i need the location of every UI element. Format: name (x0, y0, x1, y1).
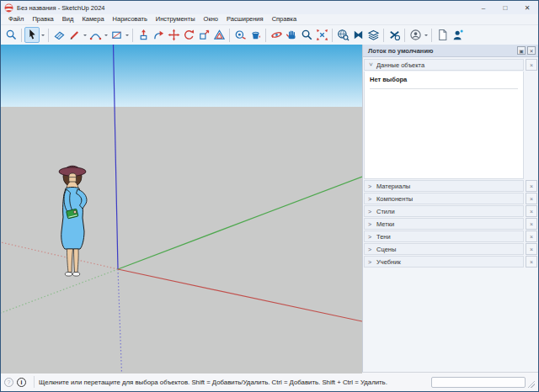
tape-measure-tool-icon[interactable] (232, 27, 248, 43)
tray-section-Компоненты[interactable]: >Компоненты (364, 193, 524, 204)
paint-bucket-tool-icon[interactable] (248, 27, 263, 43)
menu-камера[interactable]: Камера (77, 14, 108, 24)
get-models-tool-icon[interactable] (335, 27, 350, 43)
title-bar[interactable]: Без названия - SketchUp 2024 –□✕ (1, 1, 538, 14)
arc-tool-icon[interactable] (88, 27, 103, 43)
zoom-extents-tool-icon[interactable] (314, 27, 329, 43)
section-close-button[interactable]: × (526, 180, 537, 192)
ground (1, 107, 362, 373)
rectangle-dropdown-caret[interactable] (124, 27, 130, 43)
tray-body: >Данные объекта×Нет выбора>Материалы×>Ко… (363, 57, 538, 372)
minimize-button[interactable]: – (472, 1, 494, 14)
section-label: Учебник (376, 258, 401, 266)
scale-tool-icon[interactable] (196, 27, 211, 43)
toolbar-separator (404, 29, 405, 42)
default-tray: Лоток по умолчанию ▣✕ >Данные объекта×Не… (362, 45, 538, 372)
chevron-right-icon: > (368, 209, 373, 215)
section-label: Материалы (376, 183, 410, 190)
section-label: Данные объекта (376, 61, 424, 69)
menu-файл[interactable]: Файл (4, 14, 28, 24)
select-tool-icon[interactable] (24, 27, 40, 43)
zoom-tool-icon[interactable] (299, 27, 314, 43)
toolbar-separator (48, 29, 49, 42)
toolbar-separator (265, 29, 266, 42)
credits-info-icon[interactable]: i (17, 378, 26, 387)
orbit-tool-icon[interactable] (269, 27, 284, 43)
section-close-button[interactable]: × (526, 256, 537, 268)
select-dropdown-caret[interactable] (40, 27, 45, 43)
measurements-input[interactable] (431, 377, 526, 388)
tray-section-Стили[interactable]: >Стили (364, 205, 524, 217)
section-close-button[interactable]: × (526, 243, 537, 255)
extension-warehouse-tool-icon[interactable] (387, 27, 402, 43)
tray-section-Сцены[interactable]: >Сцены (364, 243, 524, 255)
toolbar-separator (132, 29, 133, 42)
section-close-button[interactable]: × (526, 230, 537, 242)
move-tool-icon[interactable] (166, 27, 181, 43)
window-title: Без названия - SketchUp 2024 (17, 4, 105, 12)
menu-нарисовать[interactable]: Нарисовать (109, 14, 152, 24)
status-hint-text: Щелкните или перетащите для выбора объек… (39, 379, 387, 386)
section-label: Метки (376, 220, 394, 228)
follow-me-tool-icon[interactable] (151, 27, 166, 43)
send-to-layout-tool-icon[interactable] (366, 27, 381, 43)
sky (1, 45, 362, 107)
menu-bar: ФайлПравкаВидКамераНарисоватьИнструменты… (1, 14, 538, 25)
tray-close-button[interactable]: ✕ (527, 46, 536, 55)
toolbar-separator (21, 29, 22, 42)
search-tool-icon[interactable] (3, 27, 19, 43)
section-close-button[interactable]: × (526, 205, 537, 217)
chevron-down-icon: > (368, 62, 374, 67)
pan-tool-icon[interactable] (284, 27, 299, 43)
chevron-right-icon: > (368, 234, 373, 240)
toolbar-separator (332, 29, 333, 42)
tray-section-Учебник[interactable]: >Учебник (364, 256, 524, 268)
section-close-button[interactable]: × (526, 193, 537, 204)
arc-dropdown-caret[interactable] (103, 27, 109, 43)
toolbar-separator (229, 29, 230, 42)
toolbar-separator (383, 29, 384, 42)
menu-справка[interactable]: Справка (268, 14, 301, 24)
geolocation-icon[interactable]: ? (4, 378, 13, 387)
main-area: Лоток по умолчанию ▣✕ >Данные объекта×Не… (1, 45, 538, 372)
tray-section-Метки[interactable]: >Метки (364, 218, 524, 230)
chevron-right-icon: > (368, 259, 373, 265)
status-bar: ? i Щелкните или перетащите для выбора о… (1, 372, 538, 391)
pencil-dropdown-caret[interactable] (82, 27, 88, 43)
section-close-button[interactable]: × (526, 59, 537, 71)
no-selection-text: Нет выбора (370, 76, 518, 83)
share-model-tool-icon[interactable] (350, 27, 366, 43)
tray-title: Лоток по умолчанию (368, 47, 433, 55)
tray-section-Материалы[interactable]: >Материалы (364, 180, 524, 192)
menu-вид[interactable]: Вид (58, 14, 78, 24)
eraser-tool-icon[interactable] (51, 27, 67, 43)
menu-правка[interactable]: Правка (28, 14, 57, 24)
status-divider (34, 376, 35, 388)
tray-header[interactable]: Лоток по умолчанию ▣✕ (363, 45, 538, 57)
account-tool-icon[interactable] (408, 27, 423, 43)
tray-section-Тени[interactable]: >Тени (364, 230, 524, 242)
chevron-right-icon: > (368, 183, 373, 189)
section-close-button[interactable]: × (526, 218, 537, 230)
menu-инструменты[interactable]: Инструменты (152, 14, 200, 24)
close-button[interactable]: ✕ (516, 1, 538, 14)
account-dropdown-caret[interactable] (423, 27, 429, 43)
maximize-button[interactable]: □ (494, 1, 516, 14)
offset-tool-icon[interactable] (211, 27, 227, 43)
pencil-tool-icon[interactable] (67, 27, 82, 43)
drawing-area[interactable] (1, 45, 362, 373)
section-label: Тени (376, 233, 391, 241)
tray-section-Данные объекта[interactable]: >Данные объекта (364, 59, 524, 71)
rectangle-tool-icon[interactable] (109, 27, 124, 43)
menu-расширения[interactable]: Расширения (222, 14, 268, 24)
tray-pin-button[interactable]: ▣ (517, 46, 526, 55)
rotate-tool-icon[interactable] (181, 27, 196, 43)
section-label: Стили (376, 208, 395, 215)
resize-grip[interactable] (528, 377, 535, 388)
push-pull-tool-icon[interactable] (136, 27, 151, 43)
model-scene (1, 45, 362, 373)
new-file-tool-icon[interactable] (435, 27, 450, 43)
tray-empty-area (363, 268, 538, 372)
sign-in-tool-icon[interactable] (450, 27, 465, 43)
menu-окно[interactable]: Окно (200, 14, 222, 24)
